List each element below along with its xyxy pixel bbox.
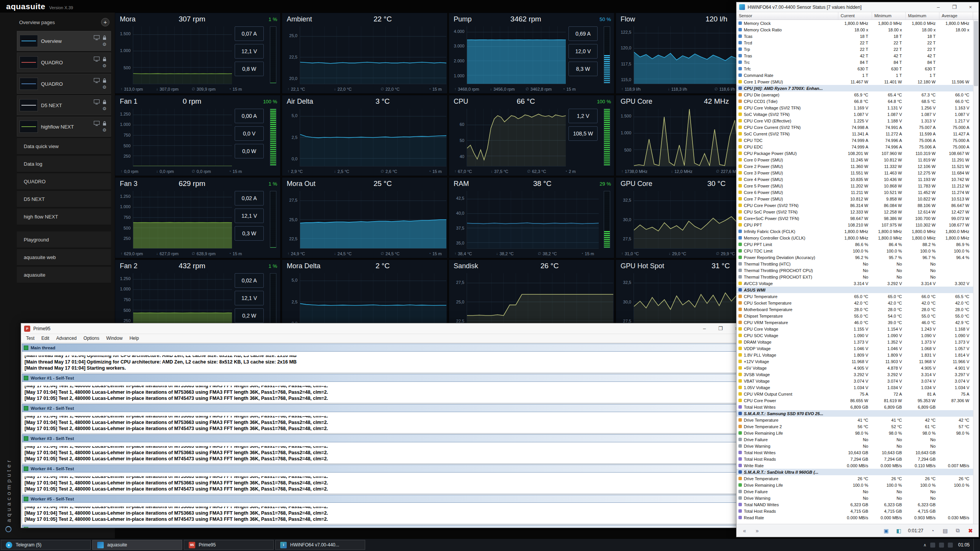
lock-icon[interactable] bbox=[101, 99, 108, 105]
sensor-row-12v-voltage[interactable]: +12V Voltage11.968 V11.903 V11.968 V11.9… bbox=[737, 358, 973, 365]
sensor-row-memory-controller-clock-uclk[interactable]: Memory Controller Clock (UCLK)1,800.0 MH… bbox=[737, 235, 973, 241]
sensor-row-drive-failure[interactable]: Drive FailureNoNoNo bbox=[737, 436, 973, 443]
sensor-row-cpu-package-power-smu[interactable]: CPU Package Power (SMU)108.201 W107.960 … bbox=[737, 150, 973, 156]
sidebar-item-high-flow-next[interactable]: high flow NEXT bbox=[17, 209, 111, 225]
sensor-row-core-0-power-smu[interactable]: Core 0 Power (SMU)11.245 W10.812 W11.819… bbox=[737, 156, 973, 163]
monitor-icon[interactable] bbox=[93, 57, 100, 62]
sensor-row-cpu-edc[interactable]: CPU EDC74.999 A74.996 A75.006 A75.000 A bbox=[737, 143, 973, 150]
sensor-row-cpu-ppt[interactable]: CPU PPT108.210 W107.975 W110.302 W108.67… bbox=[737, 222, 973, 228]
show-desktop-button[interactable] bbox=[973, 539, 975, 551]
close-button[interactable]: × bbox=[962, 2, 978, 12]
prime95-child-titlebar[interactable]: Worker #1 - Self-Test bbox=[22, 374, 737, 382]
sensor-row-memory-clock[interactable]: Memory Clock1,800.0 MHz1,800.0 MHz1,800.… bbox=[737, 20, 973, 26]
sensor-section-cpu-0-amd-ryzen-7-3700x-enhan[interactable]: CPU [#0]: AMD Ryzen 7 3700X: Enhan... bbox=[737, 85, 973, 91]
sensor-row-trfc[interactable]: Trfc630 T630 T630 T bbox=[737, 65, 973, 72]
menu-advanced[interactable]: Advanced bbox=[53, 336, 80, 341]
sidebar-item-d5-next[interactable]: D5 NEXT bbox=[17, 191, 111, 208]
sensor-row-drive-remaining-life[interactable]: Drive Remaining Life100.0 %100.0 %100.0 … bbox=[737, 482, 973, 488]
gear-icon[interactable]: ⚙ bbox=[101, 42, 108, 47]
prime95-child-titlebar[interactable]: Worker #3 - Self-Test bbox=[22, 434, 737, 442]
prime95-child-titlebar[interactable]: Main thread bbox=[22, 344, 737, 352]
prime95-child-titlebar[interactable]: Worker #6 - Self-Test bbox=[22, 525, 737, 528]
sensor-row-soc-voltage-svi2-tfn[interactable]: SoC Voltage (SVI2 TFN)1.087 V1.087 V1.08… bbox=[737, 111, 973, 117]
sensor-row-motherboard-temperature[interactable]: Motherboard Temperature28.0 °C28.0 °C28.… bbox=[737, 306, 973, 313]
gear-icon[interactable]: ⚙ bbox=[101, 63, 108, 68]
close-sensors-icon[interactable]: ✖ bbox=[965, 526, 975, 536]
sensor-row-drive-remaining-life[interactable]: Drive Remaining Life98.0 %98.0 %98.0 %98… bbox=[737, 430, 973, 436]
tray-chevron-icon[interactable]: ∧ bbox=[923, 543, 926, 548]
column-header-sensor[interactable]: Sensor bbox=[737, 12, 838, 20]
taskbar-item-aquasuite[interactable]: aquasuite bbox=[92, 540, 182, 550]
menu-help[interactable]: Help bbox=[126, 336, 142, 341]
sidebar-item-aquasuite-web[interactable]: aquasuite web bbox=[17, 249, 111, 266]
sensor-row-read-rate[interactable]: Read Rate0.000 MB/s0.000 MB/s0.903 MB/s0… bbox=[737, 514, 973, 521]
sidebar-page-quadro[interactable]: QUADRO⚙ bbox=[17, 74, 111, 94]
prime95-child-titlebar[interactable]: Worker #2 - Self-Test bbox=[22, 404, 737, 412]
sensor-row-cpu-core-power[interactable]: CPU Core Power86.655 W81.619 W95.353 W87… bbox=[737, 397, 973, 404]
sidebar-item-playground[interactable]: Playground bbox=[17, 231, 111, 248]
sidebar-page-highflow-next[interactable]: highflow NEXT⚙ bbox=[17, 117, 111, 137]
sensor-row-dram-voltage[interactable]: DRAM Voltage1.373 V1.352 V1.373 V1.373 V bbox=[737, 339, 973, 345]
sensor-row-total-host-writes[interactable]: Total Host Writes6,809 GB6,809 GB6,809 G… bbox=[737, 404, 973, 410]
sensor-row-power-reporting-deviation-accuracy[interactable]: Power Reporting Deviation (Accuracy)96.2… bbox=[737, 254, 973, 261]
menu-test[interactable]: Test bbox=[23, 336, 38, 341]
sensor-row-core-5-power-smu[interactable]: Core 5 Power (SMU)11.202 W10.868 W11.783… bbox=[737, 183, 973, 189]
sensor-row-thermal-throttling-prochot-cpu[interactable]: Thermal Throttling (PROCHOT CPU)NoNoNo bbox=[737, 267, 973, 274]
taskbar-item-hwinfo64-v7-00-440[interactable]: iHWiNFO64 v7.00-440... bbox=[275, 540, 365, 550]
taskbar-clock[interactable]: 01:05 bbox=[958, 542, 970, 548]
sensor-row-drive-temperature-2[interactable]: Drive Temperature 256 °C52 °C61 °C57 °C bbox=[737, 423, 973, 430]
gear-icon[interactable]: ⚙ bbox=[101, 127, 108, 133]
sensor-row-cpu-soc-power-svi2-tfn[interactable]: CPU SoC Power (SVI2 TFN)12.333 W12.258 W… bbox=[737, 209, 973, 215]
taskbar-item-prime95[interactable]: 95Prime95 bbox=[184, 540, 274, 550]
sensor-row-trp[interactable]: Trp22 T22 T22 T bbox=[737, 46, 973, 52]
sensor-row-drive-temperature[interactable]: Drive Temperature26 °C26 °C26 °C26 °C bbox=[737, 475, 973, 482]
tray-icon[interactable] bbox=[939, 543, 944, 548]
monitor-icon[interactable] bbox=[93, 35, 100, 41]
sensor-row-cpu-ccd1-tdie[interactable]: CPU CCD1 (Tdie)66.8 °C64.8 °C68.5 °C66.0… bbox=[737, 98, 973, 104]
sensor-row-cpu-tdc-limit[interactable]: CPU TDC Limit100.0 %100.0 %100.0 %100.0 … bbox=[737, 248, 973, 254]
sensor-row-soc-current-svi2-tfn[interactable]: SoC Current (SVI2 TFN)11.341 A11.272 A11… bbox=[737, 130, 973, 137]
clock-icon[interactable]: ◔ bbox=[928, 526, 938, 536]
sensor-row-cpu-vrm-temperature[interactable]: CPU VRM Temperature46.0 °C39.0 °C46.0 °C… bbox=[737, 319, 973, 326]
sensor-row-drive-failure[interactable]: Drive FailureNoNoNo bbox=[737, 488, 973, 495]
sensor-row-trcd[interactable]: Trcd22 T22 T22 T bbox=[737, 39, 973, 46]
taskbar-item-telegram-5[interactable]: ▸Telegram (5) bbox=[1, 540, 91, 550]
sensor-row-cpu-ppt-limit[interactable]: CPU PPT Limit86.6 %86.4 %88.2 %86.9 % bbox=[737, 241, 973, 248]
sensor-row-infinity-fabric-clock-fclk[interactable]: Infinity Fabric Clock (FCLK)1,800.0 MHz1… bbox=[737, 228, 973, 235]
prime95-titlebar[interactable]: P Prime95 – ❐ × bbox=[21, 323, 745, 334]
prime95-child-titlebar[interactable]: Worker #5 - Self-Test bbox=[22, 495, 737, 503]
sensor-row-drive-warning[interactable]: Drive WarningNoNoNo bbox=[737, 443, 973, 449]
tray-icon[interactable] bbox=[948, 543, 953, 548]
sensor-row-write-rate[interactable]: Write Rate0.000 MB/s0.000 MB/s0.110 MB/s… bbox=[737, 462, 973, 469]
sensor-row-avcc3-voltage[interactable]: AVCC3 Voltage3.314 V3.292 V3.314 V3.302 … bbox=[737, 280, 973, 287]
sensor-row-thermal-throttling-htc[interactable]: Thermal Throttling (HTC)NoNoNo bbox=[737, 261, 973, 267]
sensor-row-chipset-temperature[interactable]: Chipset Temperature55.0 °C54.0 °C55.0 °C… bbox=[737, 313, 973, 319]
sensor-row-core-7-power-smu[interactable]: Core 7 Power (SMU)10.812 W9.858 W10.822 … bbox=[737, 196, 973, 202]
sensor-row-core-3-power-smu[interactable]: Core 3 Power (SMU)11.551 W11.463 W12.275… bbox=[737, 170, 973, 176]
sensor-row-1-8v-pll-voltage[interactable]: 1.8V PLL Voltage1.809 V1.809 V1.831 V1.8… bbox=[737, 352, 973, 358]
sensor-row-total-host-reads[interactable]: Total Host Reads7,294 GB7,294 GB7,294 GB bbox=[737, 456, 973, 462]
sensor-row-core-1-power-smu[interactable]: Core 1 Power (SMU)11.467 W11.401 W12.180… bbox=[737, 78, 973, 85]
sensor-section-s-m-a-r-t-sandisk-ultra-ii-960gb[interactable]: S.M.A.R.T.: SanDisk Ultra II 960GB (... bbox=[737, 469, 973, 475]
tray-icon[interactable] bbox=[930, 543, 935, 548]
page-back-icon[interactable]: « bbox=[740, 526, 750, 536]
column-header-minimum[interactable]: Minimum bbox=[872, 12, 906, 20]
sensor-row-total-host-reads[interactable]: Total Host Reads4,715 GB4,715 GB4,715 GB bbox=[737, 508, 973, 514]
report-icon[interactable]: ▤ bbox=[940, 526, 950, 536]
sensor-row-cpu-core-current-svi2-tfn[interactable]: CPU Core Current (SVI2 TFN)74.998 A74.99… bbox=[737, 124, 973, 130]
sensor-row-3vsb-voltage[interactable]: 3VSB Voltage3.292 V3.292 V3.314 V3.297 V bbox=[737, 371, 973, 378]
sensor-row-core-soc-power-svi2-tfn[interactable]: Core+SoC Power (SVI2 TFN)98.647 W98.386 … bbox=[737, 215, 973, 222]
sidebar-page-d5-next[interactable]: D5 NEXT⚙ bbox=[17, 95, 111, 115]
sensor-row-cpu-temperature[interactable]: CPU Temperature65.0 °C65.0 °C66.0 °C65.5… bbox=[737, 293, 973, 300]
lock-icon[interactable] bbox=[101, 57, 108, 62]
sensor-row-cpu-socket-temperature[interactable]: CPU Socket Temperature42.0 °C42.0 °C42.0… bbox=[737, 300, 973, 306]
sensor-row-vbat-voltage[interactable]: VBAT Voltage3.074 V3.074 V3.074 V3.074 V bbox=[737, 378, 973, 384]
sidebar-item-aquasuite[interactable]: aquasuite bbox=[17, 267, 111, 284]
sensor-row-thermal-throttling-prochot-ext[interactable]: Thermal Throttling (PROCHOT EXT)NoNoNo bbox=[737, 274, 973, 280]
sensor-row-cpu-vrm-output-current[interactable]: CPU VRM Output Current75 A72 A81 A75 A bbox=[737, 391, 973, 397]
column-header-average[interactable]: Average bbox=[939, 12, 973, 20]
sensor-row-memory-clock-ratio[interactable]: Memory Clock Ratio18.00 x18.00 x18.00 x1… bbox=[737, 26, 973, 33]
sensor-row-1-05v-voltage[interactable]: 1.05V Voltage1.034 V1.034 V1.034 V1.034 … bbox=[737, 384, 973, 391]
minimize-button[interactable]: – bbox=[930, 2, 946, 12]
sidebar-page-overview[interactable]: Overview⚙ bbox=[17, 31, 111, 51]
